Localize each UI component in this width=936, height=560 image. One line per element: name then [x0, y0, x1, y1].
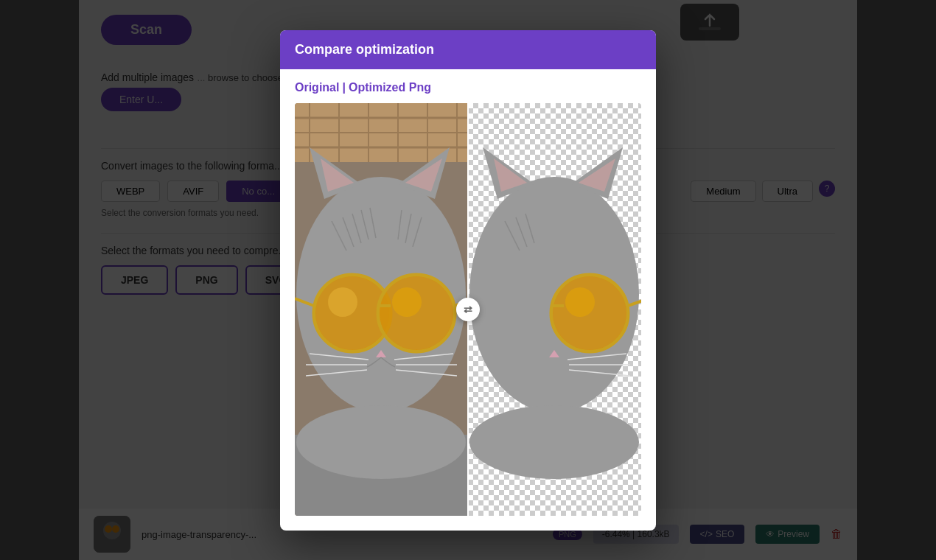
svg-point-36 [328, 287, 357, 317]
svg-point-64 [469, 405, 639, 479]
tab-optimized[interactable]: Optimized Png [349, 81, 431, 94]
svg-point-59 [565, 287, 595, 317]
modal-overlay[interactable]: Compare optimization Original | Optimize… [0, 0, 936, 560]
compare-modal: Compare optimization Original | Optimize… [280, 30, 656, 531]
split-handle[interactable]: ⇄ [456, 298, 480, 321]
tab-original[interactable]: Original [295, 81, 339, 94]
comparison-container[interactable]: ⇄ [295, 103, 641, 516]
tab-separator: | [342, 81, 345, 94]
modal-header: Compare optimization [280, 30, 656, 69]
comparison-tabs: Original | Optimized Png [295, 81, 641, 94]
optimized-half [468, 103, 641, 516]
svg-point-37 [392, 287, 422, 317]
svg-point-46 [296, 405, 466, 479]
original-half [295, 103, 468, 516]
modal-title: Compare optimization [295, 42, 434, 57]
split-arrows-icon: ⇄ [464, 304, 472, 315]
modal-body: Original | Optimized Png [280, 69, 656, 531]
